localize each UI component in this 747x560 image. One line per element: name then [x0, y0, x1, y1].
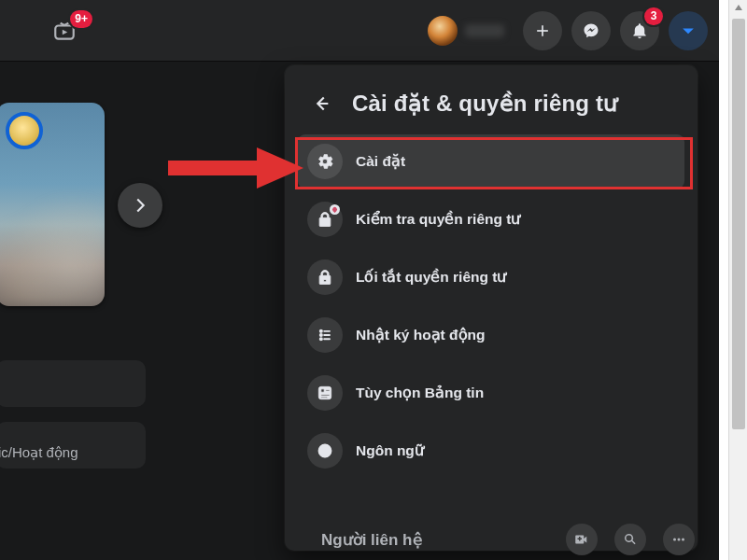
left-placeholder-1 [0, 360, 146, 407]
scrollbar-thumb[interactable] [732, 19, 745, 429]
messenger-icon [582, 21, 600, 40]
svg-rect-9 [326, 390, 330, 391]
globe-icon [307, 433, 343, 469]
new-room-button[interactable] [566, 524, 598, 555]
create-button[interactable] [523, 11, 562, 50]
svg-rect-11 [321, 397, 328, 398]
profile-name-blur [465, 24, 504, 37]
feed-icon [307, 375, 343, 411]
menu-item-activity-log[interactable]: Nhật ký hoạt động [298, 308, 684, 362]
video-plus-icon [573, 531, 590, 548]
menu-item-label: Kiểm tra quyền riêng tư [356, 211, 520, 228]
menu-item-language[interactable]: Ngôn ngữ [298, 424, 684, 478]
menu-item-label: Nhật ký hoạt động [356, 327, 486, 343]
notifications-button[interactable]: 3 [620, 11, 659, 50]
browser-scrollbar[interactable] [728, 0, 747, 560]
topbar: 9+ 3 [0, 0, 719, 62]
left-placeholder-2[interactable]: ic/Hoạt động [0, 422, 146, 469]
annotation-arrow [163, 140, 303, 196]
left-truncated-label: ic/Hoạt động [0, 444, 78, 461]
svg-point-3 [320, 338, 322, 340]
bell-icon [630, 21, 649, 40]
caret-down-icon [679, 21, 698, 40]
menu-item-privacy-checkup[interactable]: Kiểm tra quyền riêng tư [298, 192, 684, 246]
panel-title: Cài đặt & quyền riêng tư [352, 91, 617, 117]
menu-item-label: Lối tắt quyền riêng tư [356, 269, 506, 286]
notifications-badge: 3 [644, 7, 663, 25]
menu-item-label: Ngôn ngữ [356, 442, 424, 459]
arrow-right-icon [130, 195, 150, 216]
settings-privacy-panel: Cài đặt & quyền riêng tư Cài đặt Kiểm tr… [285, 65, 698, 551]
menu-item-newsfeed-prefs[interactable]: Tùy chọn Bảng tin [298, 366, 684, 420]
svg-rect-10 [321, 395, 330, 396]
svg-point-13 [673, 539, 676, 541]
menu-item-label: Tùy chọn Bảng tin [356, 385, 484, 401]
contacts-header: Người liên hệ [321, 523, 695, 556]
list-icon [307, 317, 343, 353]
topbar-right: 3 [425, 11, 708, 50]
svg-point-1 [320, 330, 322, 332]
story-card[interactable] [0, 103, 105, 306]
lock-heart-icon [307, 202, 343, 237]
account-menu-button[interactable] [669, 11, 708, 50]
contacts-options-button[interactable] [663, 524, 695, 555]
arrow-left-icon [311, 93, 331, 114]
contacts-label: Người liên hệ [321, 530, 422, 550]
search-contacts-button[interactable] [614, 524, 646, 555]
svg-point-15 [682, 539, 684, 541]
stories-next-button[interactable] [118, 183, 162, 228]
menu-list: Cài đặt Kiểm tra quyền riêng tư Lối tắt … [292, 134, 690, 478]
menu-item-privacy-shortcuts[interactable]: Lối tắt quyền riêng tư [298, 250, 684, 304]
watch-badge: 9+ [70, 10, 92, 28]
nav-watch[interactable]: 9+ [42, 16, 87, 48]
menu-item-label: Cài đặt [356, 153, 405, 170]
search-icon [622, 531, 639, 548]
gear-icon [307, 144, 343, 179]
profile-chip[interactable] [425, 13, 514, 49]
scroll-up-icon [735, 5, 742, 10]
menu-item-settings[interactable]: Cài đặt [298, 134, 684, 189]
avatar [428, 16, 458, 46]
svg-rect-8 [321, 389, 324, 392]
back-button[interactable] [303, 86, 339, 121]
facebook-frame: 9+ 3 ic/ [0, 0, 719, 560]
svg-point-2 [320, 334, 322, 336]
svg-point-14 [678, 539, 681, 541]
ellipsis-icon [670, 531, 687, 548]
story-avatar-ring [6, 112, 43, 149]
lock-icon [307, 259, 343, 295]
plus-icon [533, 21, 552, 40]
messenger-button[interactable] [571, 11, 611, 50]
